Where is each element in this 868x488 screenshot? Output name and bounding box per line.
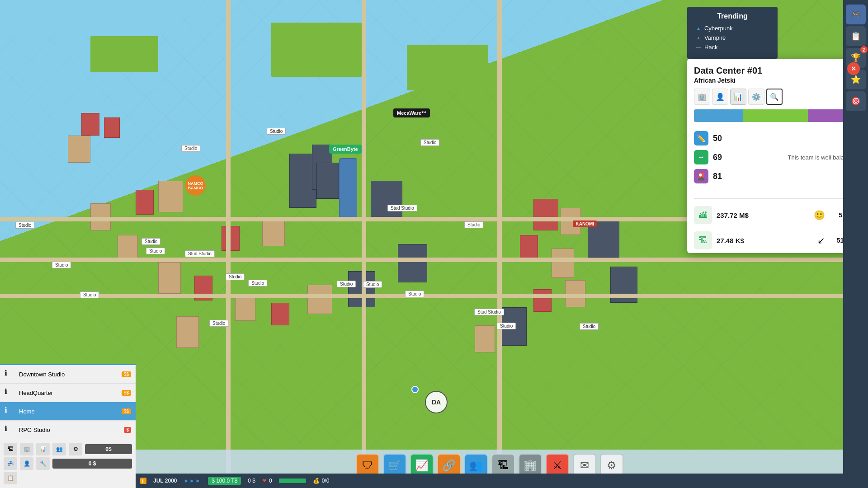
money-badge-rpg: $	[124, 427, 131, 433]
city2-finance-icon: 🏗	[694, 231, 712, 249]
arrow-up-icon: ▲	[696, 35, 701, 40]
coins-display: 💰 0/0	[313, 478, 330, 484]
map-marker[interactable]	[411, 386, 419, 393]
map-label: Stud Studio	[185, 250, 215, 257]
building-controls: 🏗 🏢 📊 👥 ⚙ 0$ 💤 👤 🔧 0 $ 📋	[0, 439, 136, 488]
balanced-text: This team is well balanced	[731, 154, 857, 161]
trophy-badge: 2	[860, 46, 868, 53]
map-label: Studio	[337, 281, 356, 287]
game-date: JUL 2000	[153, 478, 177, 484]
money-value: $ 100.0 T$	[208, 477, 241, 485]
map-label: Studio	[146, 248, 165, 254]
trend-label: Hack	[704, 44, 718, 51]
arrow-up-icon: ▲	[696, 26, 701, 31]
finance-row-2: 🏗 27.48 K$ ↙ 512 m²	[687, 228, 863, 253]
person-tab-btn[interactable]: 👤	[712, 89, 728, 105]
money-display-2: 0 $	[52, 459, 132, 469]
speed-control[interactable]: ►►►	[184, 478, 201, 484]
kanomi-label: KANOMI	[573, 221, 597, 227]
finance-value-1: 237.72 M$	[717, 211, 762, 219]
chart-tab-btn[interactable]: 📊	[730, 89, 746, 105]
money-badge-home: $$	[122, 408, 131, 414]
namco-badge: NAMCO BAMCO	[185, 175, 206, 196]
map-label: Studio	[580, 323, 599, 330]
design-icon: ✏️	[694, 131, 708, 145]
cash-value: 0 $	[248, 478, 255, 484]
ctrl-btn-4[interactable]: 👥	[52, 443, 66, 455]
map-label: Studio	[464, 221, 483, 228]
health-bar	[279, 479, 306, 483]
ctrl-btn-2[interactable]: 🏢	[20, 443, 33, 455]
building-name-home: Home	[19, 408, 120, 415]
status-bar: ⏸ JUL 2000 ►►► $ 100.0 T$ 0 $ ❤ 0 💰 0/0	[136, 474, 843, 488]
building-item-rpg[interactable]: ℹ RPG Studio $	[0, 421, 136, 439]
heart-value: 0	[269, 478, 272, 484]
gear-tab-btn[interactable]: ⚙️	[748, 89, 764, 105]
info-icon: ℹ	[5, 424, 15, 435]
building-name-hq: HeadQuarter	[19, 389, 120, 396]
trending-panel: Trending ▲ Cyberpunk ▲ Vampire — Hack	[687, 7, 778, 59]
finance-row-1: 🏙 237.72 M$ 🙂 5.36%	[687, 202, 863, 228]
map-label: Studio	[497, 323, 516, 329]
panel-subtitle: African Jetski	[694, 77, 843, 84]
heart-display: ❤ 0	[262, 478, 272, 484]
pause-icon: ⏸	[140, 478, 146, 484]
map-label: Studio	[363, 281, 382, 288]
ctrl-btn-7[interactable]: 👤	[20, 457, 33, 470]
trend-label: Cyberpunk	[704, 25, 733, 32]
close-button[interactable]: ✕	[847, 62, 860, 75]
mood-emoji: 🙂	[814, 210, 825, 221]
control-row-2: 💤 👤 🔧 0 $	[4, 457, 132, 470]
sidebar-list-btn[interactable]: 📋	[846, 26, 866, 46]
building-name-downtown: Downtown Studio	[19, 371, 120, 378]
ctrl-btn-1[interactable]: 🏗	[4, 443, 17, 455]
sidebar-gamepad-btn[interactable]: 🎮	[846, 5, 866, 24]
design-value: 50	[713, 134, 726, 143]
info-icon: ℹ	[5, 387, 15, 398]
trending-title: Trending	[696, 12, 769, 20]
ctrl-btn-3[interactable]: 📊	[36, 443, 50, 455]
ctrl-btn-8[interactable]: 🔧	[36, 457, 50, 470]
tech-icon: ↔️	[694, 150, 708, 164]
map-label: Studio	[420, 139, 439, 146]
city-finance-icon: 🏙	[694, 206, 712, 224]
trend-hack: — Hack	[696, 44, 769, 51]
speed-indicator: ►►►	[184, 478, 201, 484]
money-display: $ 100.0 T$	[208, 477, 241, 485]
money-badge-hq: $$	[122, 390, 131, 396]
control-row-1: 🏗 🏢 📊 👥 ⚙ 0$	[4, 443, 132, 455]
map-label: Studio	[226, 273, 245, 280]
panel-toolbar: 🏢 👤 📊 ⚙️ 🔍	[687, 89, 863, 109]
finance-arrow-icon: ↙	[817, 235, 825, 246]
ctrl-btn-5[interactable]: ⚙	[69, 443, 82, 455]
building-item-hq[interactable]: ℹ HeadQuarter $$	[0, 384, 136, 402]
stat-row-art: 🎴 81	[694, 169, 857, 183]
map-label: Studio	[267, 128, 286, 135]
map-label: Studio	[52, 262, 71, 268]
ctrl-btn-6[interactable]: 💤	[4, 457, 17, 470]
map-label: Studio	[248, 280, 267, 286]
coins-icon: 💰	[313, 478, 320, 484]
panel-header: Data Center #01 African Jetski	[687, 59, 863, 89]
ctrl-btn-9[interactable]: 📋	[4, 472, 17, 484]
trend-vampire: ▲ Vampire	[696, 34, 769, 41]
art-icon: 🎴	[694, 169, 708, 183]
money-badge-downtown: $$	[122, 371, 131, 377]
building-item-home[interactable]: ℹ Home $$	[0, 402, 136, 421]
map-label: Studio	[209, 320, 228, 327]
map-label: Studio	[15, 222, 34, 229]
map-label: Stud Studio	[387, 205, 417, 211]
search-tab-btn[interactable]: 🔍	[766, 89, 783, 105]
building-tab-btn[interactable]: 🏢	[694, 89, 710, 105]
greenbyte-badge: GreenByte	[329, 145, 362, 154]
heart-icon: ❤	[262, 478, 267, 484]
building-item-downtown[interactable]: ℹ Downtown Studio $$	[0, 365, 136, 384]
date-display: JUL 2000	[153, 478, 177, 484]
stats-section: ✏️ 50 ↔️ 69 This team is well balanced 🎴…	[687, 129, 863, 195]
pause-btn[interactable]: ⏸	[140, 478, 146, 484]
trend-label: Vampire	[704, 34, 726, 41]
art-value: 81	[713, 172, 726, 181]
divider	[694, 198, 857, 199]
sidebar-target-btn[interactable]: 🎯	[846, 91, 866, 111]
control-row-3: 📋	[4, 472, 132, 484]
